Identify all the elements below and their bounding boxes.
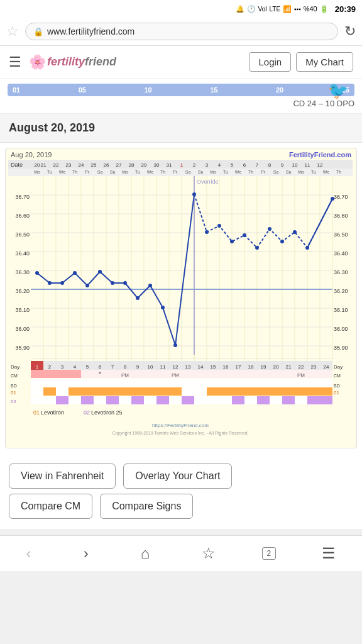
svg-text:Su: Su — [286, 170, 292, 174]
clock-icon: 🕐 — [247, 5, 256, 13]
tabs-button[interactable]: 2 — [262, 547, 277, 560]
svg-text:27: 27 — [116, 162, 122, 168]
svg-text:Mo: Mo — [298, 170, 304, 174]
lock-icon: 🔒 — [33, 27, 43, 36]
status-time: 20:39 — [335, 4, 356, 14]
svg-text:Th: Th — [160, 170, 165, 174]
svg-text:Fr: Fr — [261, 170, 266, 174]
svg-text:Levotiron 25: Levotiron 25 — [91, 409, 123, 416]
menu-icon[interactable]: ☰ — [9, 54, 21, 70]
svg-text:36.40: 36.40 — [15, 250, 30, 257]
svg-text:28: 28 — [129, 162, 134, 168]
chart-container: Aug 20, 2019 FertilityFriend.com Date 36… — [0, 143, 362, 453]
svg-text:Fr: Fr — [173, 170, 178, 174]
svg-text:02: 02 — [11, 399, 16, 404]
status-icons: 🔔 🕐 Vol LTE 📶 ▪▪▪ %40 🔋 — [236, 5, 329, 13]
svg-text:24: 24 — [79, 162, 84, 168]
svg-text:16: 16 — [223, 364, 229, 370]
svg-rect-183 — [131, 387, 144, 396]
bookmark-button[interactable]: ☆ — [195, 542, 222, 565]
svg-text:36.00: 36.00 — [334, 326, 348, 332]
svg-text:5: 5 — [231, 162, 234, 168]
svg-text:Copyright 1998-2019 Tamtris We: Copyright 1998-2019 Tamtris Web Services… — [112, 431, 248, 436]
svg-text:20: 20 — [273, 364, 279, 370]
back-button[interactable]: ‹ — [20, 542, 38, 565]
svg-text:25: 25 — [91, 162, 97, 168]
svg-text:PM: PM — [172, 372, 179, 378]
svg-rect-190 — [244, 387, 257, 396]
svg-text:17: 17 — [236, 364, 241, 370]
svg-text:Sa: Sa — [185, 170, 191, 174]
svg-text:5: 5 — [86, 364, 89, 370]
svg-text:Sa: Sa — [273, 170, 279, 174]
svg-point-110 — [60, 281, 64, 285]
svg-text:Override: Override — [197, 179, 219, 185]
svg-text:PM: PM — [297, 372, 305, 378]
svg-point-129 — [305, 246, 309, 250]
compare-signs-button[interactable]: Compare Signs — [100, 494, 193, 519]
header-buttons: Login My Chart — [249, 52, 353, 72]
svg-text:We: We — [147, 170, 153, 174]
svg-point-112 — [85, 284, 89, 287]
app-header: ☰ 🌸 fertilityfriend Login My Chart — [0, 46, 362, 79]
svg-text:22: 22 — [53, 162, 59, 168]
fertility-chart: Aug 20, 2019 FertilityFriend.com Date 36… — [5, 148, 357, 448]
svg-text:14: 14 — [198, 364, 204, 370]
svg-point-109 — [48, 281, 52, 285]
view-fahrenheit-button[interactable]: View in Fahrenheit — [9, 464, 116, 489]
svg-point-122 — [217, 224, 221, 228]
battery-percent: %40 — [304, 5, 317, 13]
svg-text:Mo: Mo — [122, 170, 128, 174]
svg-point-126 — [268, 227, 272, 231]
overlay-chart-button[interactable]: Overlay Your Chart — [123, 464, 232, 489]
svg-text:36.10: 36.10 — [334, 307, 348, 313]
login-button[interactable]: Login — [249, 52, 291, 72]
svg-rect-186 — [169, 387, 182, 396]
logo-text: fertilityfriend — [47, 55, 116, 69]
browser-bar: ☆ 🔒 www.fertilityfriend.com ↻ — [0, 18, 362, 46]
svg-text:18: 18 — [248, 364, 254, 370]
svg-text:36.20: 36.20 — [15, 288, 30, 294]
svg-text:36.30: 36.30 — [15, 269, 30, 275]
svg-text:6: 6 — [243, 162, 246, 168]
svg-rect-199 — [56, 396, 69, 404]
compare-cm-button[interactable]: Compare CM — [9, 494, 92, 519]
svg-text:36.50: 36.50 — [334, 231, 348, 238]
action-buttons-row2: Compare CM Compare Signs — [0, 494, 362, 529]
svg-point-120 — [192, 192, 196, 196]
svg-rect-195 — [307, 387, 320, 396]
scroll-track[interactable]: 01 05 10 15 20 25 🐦 — [8, 84, 354, 96]
svg-rect-182 — [119, 387, 131, 396]
my-chart-button[interactable]: My Chart — [296, 52, 353, 72]
svg-rect-201 — [106, 396, 119, 404]
vol-icon: Vol — [258, 6, 267, 13]
svg-point-114 — [111, 281, 114, 285]
svg-text:PM: PM — [121, 372, 129, 378]
svg-text:Levotiron: Levotiron — [41, 409, 64, 416]
svg-point-130 — [331, 197, 334, 201]
svg-text:https://FertilityFriend.com: https://FertilityFriend.com — [152, 423, 209, 428]
svg-rect-164 — [43, 370, 56, 378]
browser-menu-button[interactable]: ☰ — [315, 542, 342, 565]
home-button[interactable]: ⌂ — [134, 542, 156, 565]
url-bar[interactable]: 🔒 www.fertilityfriend.com — [25, 23, 338, 40]
svg-rect-206 — [257, 396, 270, 404]
bottom-navigation: ‹ › ⌂ ☆ 2 ☰ — [0, 535, 362, 571]
svg-text:BD: BD — [11, 384, 17, 388]
svg-rect-202 — [131, 396, 144, 404]
svg-text:21: 21 — [41, 162, 47, 168]
logo: 🌸 fertilityfriend — [29, 54, 116, 70]
svg-point-123 — [230, 240, 234, 243]
svg-rect-194 — [295, 387, 307, 396]
favorite-icon[interactable]: ☆ — [6, 23, 19, 40]
svg-point-113 — [98, 270, 102, 274]
svg-text:Mo: Mo — [34, 170, 40, 174]
forward-button[interactable]: › — [77, 542, 95, 565]
chart-header: Aug 20, 2019 FertilityFriend.com — [6, 148, 356, 160]
svg-rect-189 — [232, 387, 244, 396]
reload-button[interactable]: ↻ — [344, 23, 356, 40]
svg-point-117 — [148, 284, 152, 287]
svg-rect-208 — [307, 396, 320, 404]
header-left: ☰ 🌸 fertilityfriend — [9, 54, 116, 70]
svg-text:12: 12 — [173, 364, 178, 370]
